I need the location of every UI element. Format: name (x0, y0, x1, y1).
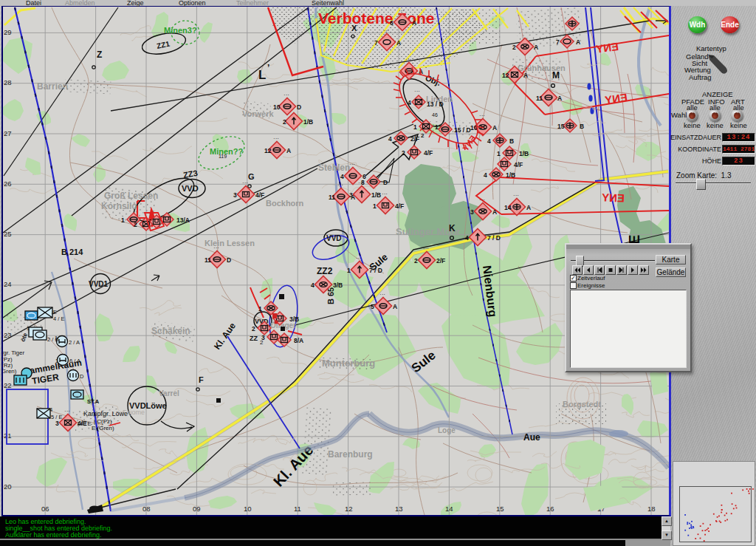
svg-text:B 65: B 65 (326, 287, 335, 304)
svg-text:F: F (199, 375, 204, 384)
svg-text:fgr. Tiger: fgr. Tiger (3, 349, 24, 356)
svg-text:A: A (492, 208, 497, 216)
svg-text:···: ··· (320, 270, 326, 276)
svg-text:2: 2 (512, 44, 516, 51)
svg-text:···: ··· (273, 135, 279, 142)
svg-text:A: A (412, 19, 416, 27)
svg-text:D: D (80, 373, 84, 380)
svg-text:3/B: 3/B (289, 315, 299, 323)
svg-text:Varrel: Varrel (159, 389, 179, 397)
svg-text:29: 29 (4, 28, 12, 36)
svg-text:2 / A: 2 / A (69, 339, 80, 346)
svg-text:Klein Lessen: Klein Lessen (205, 239, 255, 248)
svg-text:1: 1 (258, 305, 262, 313)
svg-text:4/F: 4/F (424, 149, 433, 157)
svg-text:6: 6 (390, 19, 394, 27)
svg-text:···: ··· (399, 7, 405, 14)
svg-text:4: 4 (311, 281, 315, 289)
svg-text:4/F: 4/F (514, 161, 523, 168)
svg-text:D: D (383, 179, 388, 186)
svg-text:4: 4 (487, 137, 491, 145)
svg-text:10: 10 (244, 505, 252, 513)
svg-text:15: 15 (496, 505, 504, 513)
svg-text:1: 1 (55, 358, 58, 364)
svg-text:B 214: B 214 (61, 248, 83, 256)
svg-text:···: ··· (358, 180, 364, 186)
svg-text:D: D (227, 256, 231, 264)
svg-text:27: 27 (4, 129, 12, 137)
svg-text:2: 2 (402, 149, 405, 157)
svg-text:Z: Z (97, 50, 102, 60)
svg-text:ST.A: ST.A (87, 398, 100, 405)
svg-text:22: 22 (4, 381, 12, 389)
svg-text:28: 28 (4, 78, 12, 86)
svg-text:Schäkein: Schäkein (151, 326, 190, 336)
svg-text:24: 24 (4, 280, 12, 288)
svg-text:1: 1 (373, 202, 377, 210)
svg-text:Stehlen: Stehlen (318, 163, 350, 173)
svg-text:···: ··· (356, 255, 362, 262)
svg-text:A: A (393, 303, 397, 310)
svg-text:G: G (248, 172, 255, 181)
svg-text:12: 12 (502, 72, 509, 79)
svg-text:Groß Lessen: Groß Lessen (104, 191, 158, 201)
svg-text:ENY: ENY (602, 191, 625, 204)
svg-text:···: ··· (479, 197, 485, 203)
svg-text:1: 1 (497, 150, 501, 157)
svg-text:3: 3 (470, 208, 474, 216)
svg-text:1/B: 1/B (506, 171, 515, 179)
svg-text:11: 11 (294, 505, 301, 513)
svg-text:14 / E: 14 / E (77, 420, 92, 427)
svg-text:···: ··· (242, 180, 248, 186)
svg-text:26: 26 (4, 180, 12, 188)
svg-text:1/B: 1/B (371, 191, 381, 199)
svg-text:1: 1 (27, 325, 30, 332)
svg-text:···: ··· (382, 191, 388, 197)
svg-text:5 / E: 5 / E (51, 414, 62, 420)
svg-text:Kornsilo: Kornsilo (101, 201, 137, 211)
svg-text:4 / E: 4 / E (53, 315, 64, 322)
svg-text:7 / D: 7 / D (369, 267, 382, 274)
svg-text:VVD: VVD (326, 234, 342, 242)
svg-text:A: A (534, 44, 538, 51)
svg-text:7: 7 (556, 38, 560, 46)
svg-text:06: 06 (41, 505, 49, 513)
svg-text:2: 2 (252, 325, 255, 332)
svg-text:Minen??: Minen?? (210, 147, 243, 156)
svg-text:···: ··· (513, 192, 519, 199)
svg-text:/E: /E (52, 309, 57, 315)
svg-text:Loge: Loge (438, 426, 456, 434)
svg-text:12: 12 (345, 505, 353, 513)
svg-text:Vorwerk: Vorwerk (242, 109, 274, 118)
svg-text:09: 09 (193, 505, 201, 513)
svg-text:13: 13 (395, 505, 403, 513)
svg-text:4: 4 (484, 171, 487, 179)
svg-text:1: 1 (347, 267, 351, 274)
svg-text:46: 46 (432, 112, 438, 117)
svg-text:6 / A: 6 / A (69, 358, 80, 364)
svg-text:11: 11 (329, 194, 335, 201)
svg-text:···: ··· (479, 112, 485, 119)
svg-text:Barrien: Barrien (37, 81, 68, 92)
svg-text:1/B: 1/B (519, 150, 529, 157)
svg-text:Kampfgr. Löwe: Kampfgr. Löwe (83, 410, 128, 417)
svg-text:A: A (492, 124, 497, 132)
svg-text:···: ··· (213, 245, 219, 251)
svg-text:3: 3 (233, 191, 237, 199)
svg-text:Verbotene Zone: Verbotene Zone (318, 10, 435, 27)
svg-text:2/F: 2/F (436, 257, 445, 265)
svg-text:4: 4 (408, 99, 411, 106)
svg-text:7 / D: 7 / D (487, 234, 501, 242)
svg-text:···: ··· (337, 182, 343, 188)
svg-text:8/A: 8/A (294, 337, 303, 344)
svg-text:10: 10 (273, 103, 281, 111)
svg-text:···: ··· (414, 88, 420, 95)
svg-text:ZZ: ZZ (250, 335, 258, 342)
svg-text:4: 4 (49, 406, 52, 413)
svg-text:Aue: Aue (523, 432, 540, 443)
svg-text:15 / D: 15 / D (454, 126, 471, 134)
svg-text:···: ··· (379, 291, 385, 298)
svg-text:···: ··· (349, 161, 355, 168)
svg-text:1: 1 (55, 335, 58, 341)
svg-text:14: 14 (504, 204, 512, 211)
